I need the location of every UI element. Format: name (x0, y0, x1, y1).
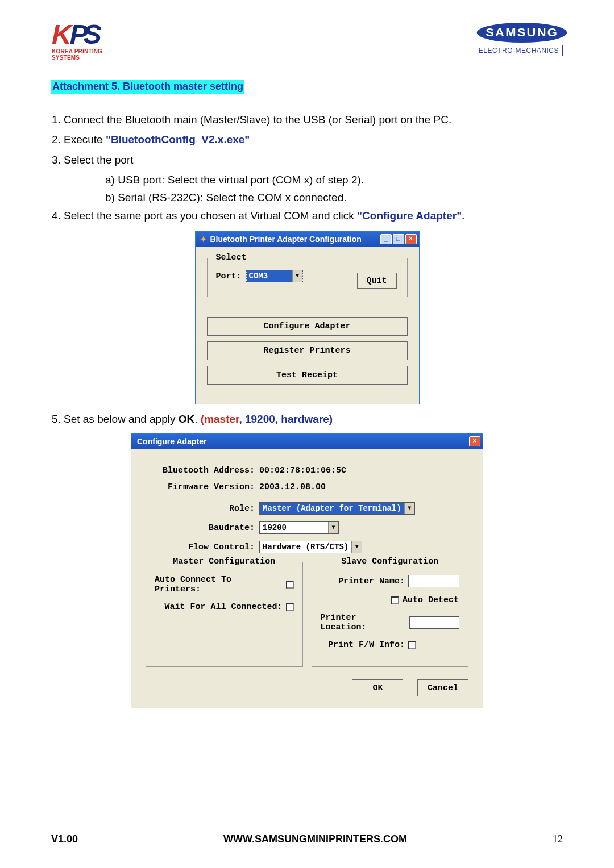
test-receipt-button[interactable]: Test_Receipt (207, 366, 408, 385)
steps-list: Connect the Bluetooth main (Master/Slave… (51, 111, 563, 169)
dialog2-titlebar: Configure Adapter × (131, 434, 483, 449)
page-footer: V1.00 WWW.SAMSUNGMINIPRINTERS.COM 12 (51, 833, 563, 845)
kps-logo: KPS KOREA PRINTING SYSTEMS (51, 23, 125, 62)
auto-detect-label: Auto Detect (403, 595, 459, 605)
flow-control-combo[interactable]: Hardware (RTS/CTS) ▼ (259, 541, 362, 553)
chevron-down-icon: ▼ (404, 503, 414, 514)
printer-location-input[interactable] (409, 616, 459, 629)
bt-address-value: 00:02:78:01:06:5C (259, 466, 346, 475)
configure-adapter-ref: "Configure Adapter". (357, 210, 464, 222)
configure-adapter-dialog: Configure Adapter × Bluetooth Address: 0… (131, 433, 483, 708)
footer-version: V1.00 (51, 833, 78, 845)
step-4: Select the same port as you chosen at Vi… (64, 207, 563, 224)
printer-location-label: Printer Location: (321, 613, 406, 632)
chevron-down-icon: ▼ (351, 541, 362, 553)
ok-button[interactable]: OK (352, 679, 403, 696)
slave-config-title: Slave Configuration (338, 557, 442, 566)
print-fw-label: Print F/W Info: (328, 640, 405, 650)
firmware-value: 2003.12.08.00 (259, 482, 326, 492)
cancel-button[interactable]: Cancel (417, 679, 468, 696)
step-3a: a) USB port: Select the virtual port (CO… (105, 171, 563, 189)
role-label: Role: (146, 504, 259, 514)
master-config-title: Master Configuration (169, 557, 279, 566)
footer-url: WWW.SAMSUNGMINIPRINTERS.COM (223, 833, 407, 845)
section-heading: Attachment 5. Bluetooth master setting (51, 80, 244, 94)
minimize-button[interactable]: _ (380, 234, 392, 244)
chevron-down-icon: ▼ (328, 522, 338, 533)
auto-connect-checkbox[interactable] (286, 581, 294, 589)
wait-all-label: Wait For All Connected: (164, 602, 282, 612)
chevron-down-icon: ▼ (292, 270, 302, 282)
samsung-text: SAMSUNG (477, 23, 567, 43)
step-2: Execute "BluetoothConfig_V2.x.exe" (64, 131, 563, 148)
steps-list-cont: Select the same port as you chosen at Vi… (51, 207, 563, 224)
bluetooth-config-dialog: ✦ Bluetooth Printer Adapter Configuratio… (195, 231, 420, 404)
port-value: COM3 (247, 270, 292, 282)
steps-list-5: Set as below and apply OK. (master, 1920… (51, 410, 563, 428)
samsung-logo: SAMSUNG ELECTRO-MECHANICS (475, 23, 563, 56)
step-3b: b) Serial (RS-232C): Select the COM x co… (105, 189, 563, 206)
exe-name: "BluetoothConfig_V2.x.exe" (106, 133, 250, 145)
step-3: Select the port (64, 151, 563, 169)
master-config-group: Master Configuration Auto Connect To Pri… (146, 562, 303, 667)
printer-name-input[interactable] (408, 575, 459, 587)
page-header: KPS KOREA PRINTING SYSTEMS SAMSUNG ELECT… (51, 23, 563, 62)
role-value: Master (Adapter for Terminal) (260, 503, 404, 514)
dialog1-titlebar: ✦ Bluetooth Printer Adapter Configuratio… (196, 232, 419, 247)
wait-all-checkbox[interactable] (286, 603, 294, 611)
select-group-title: Select (213, 253, 250, 262)
flow-control-value: Hardware (RTS/CTS) (260, 541, 351, 553)
role-combo[interactable]: Master (Adapter for Terminal) ▼ (259, 502, 415, 515)
bt-address-label: Bluetooth Address: (146, 466, 259, 475)
select-group: Select Port: COM3 ▼ Quit (207, 258, 408, 297)
maximize-button[interactable]: □ (393, 234, 404, 244)
step-1: Connect the Bluetooth main (Master/Slave… (64, 111, 563, 128)
baudrate-combo[interactable]: 19200 ▼ (259, 521, 339, 534)
register-printers-button[interactable]: Register Printers (207, 341, 408, 360)
configure-adapter-button[interactable]: Configure Adapter (207, 317, 408, 336)
kps-subtitle: KOREA PRINTING SYSTEMS (52, 48, 125, 61)
step-5: Set as below and apply OK. (master, 1920… (64, 410, 563, 428)
close-button-2[interactable]: × (469, 436, 480, 446)
footer-page-number: 12 (553, 833, 563, 845)
firmware-label: Firmware Version: (146, 482, 259, 492)
auto-connect-label: Auto Connect To Printers: (155, 575, 283, 594)
print-fw-checkbox[interactable] (408, 641, 416, 649)
printer-name-label: Printer Name: (338, 577, 405, 586)
dialog2-title: Configure Adapter (137, 437, 206, 446)
port-combo[interactable]: COM3 ▼ (246, 270, 303, 282)
samsung-subtitle: ELECTRO-MECHANICS (475, 45, 563, 56)
baudrate-label: Baudrate: (146, 523, 259, 533)
port-label: Port: (216, 272, 242, 281)
bluetooth-icon: ✦ (200, 235, 207, 244)
close-button[interactable]: × (405, 234, 417, 244)
slave-config-group: Slave Configuration Printer Name: Auto D… (312, 562, 469, 667)
quit-button[interactable]: Quit (357, 273, 397, 289)
auto-detect-checkbox[interactable] (391, 596, 399, 604)
flow-control-label: Flow Control: (146, 542, 259, 552)
baudrate-value: 19200 (260, 522, 328, 533)
dialog1-title: Bluetooth Printer Adapter Configuration (210, 235, 362, 244)
